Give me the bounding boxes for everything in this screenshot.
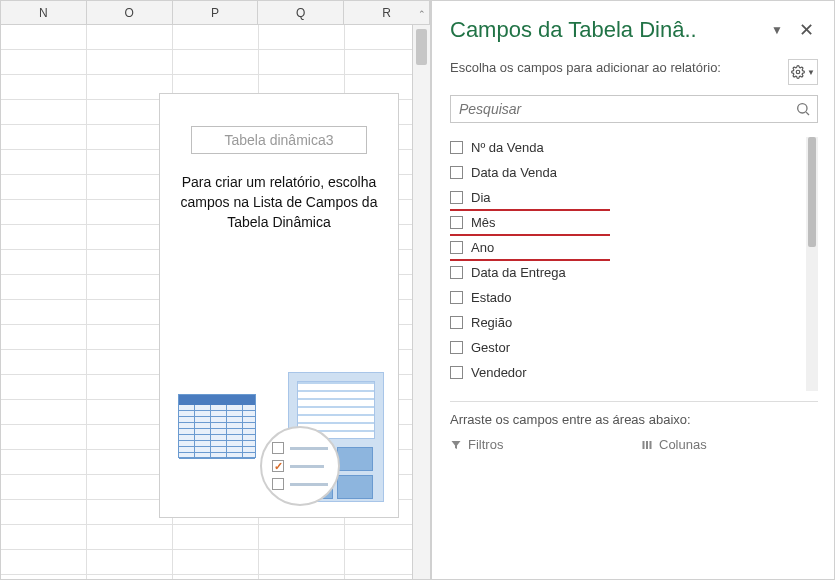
svg-point-0 [796,70,800,74]
field-item[interactable]: Nº da Venda [450,135,802,160]
svg-rect-3 [643,441,645,449]
search-input[interactable] [457,100,795,118]
chevron-up-icon[interactable]: ⌃ [418,9,426,19]
svg-line-2 [806,112,809,115]
pane-options-dropdown[interactable]: ▼ [767,19,787,41]
field-label: Estado [471,290,511,305]
field-item[interactable]: Data da Venda [450,160,802,185]
field-item[interactable]: Dia [450,185,802,210]
field-item[interactable]: Ano [450,235,802,260]
field-label: Gestor [471,340,510,355]
scrollbar-thumb[interactable] [416,29,427,65]
pane-divider [450,401,818,402]
field-label: Região [471,315,512,330]
field-list[interactable]: Nº da VendaData da VendaDiaMêsAnoData da… [450,135,818,393]
magnifier-checklist-icon: ✓ [260,426,340,506]
field-checkbox[interactable] [450,141,463,154]
field-checkbox[interactable] [450,316,463,329]
field-label: Dia [471,190,491,205]
field-item[interactable]: Data da Entrega [450,260,802,285]
field-label: Data da Entrega [471,265,566,280]
field-checkbox[interactable] [450,266,463,279]
columns-area[interactable]: Colunas [641,437,818,494]
field-item[interactable]: Estado [450,285,802,310]
field-checkbox[interactable] [450,341,463,354]
pivot-table-name-box: Tabela dinâmica3 [191,126,367,154]
field-item[interactable]: Mês [450,210,802,235]
field-checkbox[interactable] [450,191,463,204]
columns-icon [641,439,653,451]
pane-layout-settings-button[interactable]: ▼ [788,59,818,85]
chevron-down-icon: ▼ [807,68,815,77]
col-header[interactable]: P [173,1,259,24]
grid-vertical-scrollbar[interactable]: ⌃ [412,25,430,580]
field-list-scrollbar[interactable] [806,137,818,391]
pane-title: Campos da Tabela Dinâ.. [450,17,759,43]
pivot-placeholder-card: Tabela dinâmica3 Para criar um relatório… [159,93,399,518]
svg-rect-5 [650,441,652,449]
mini-table-icon [178,394,256,458]
field-checkbox[interactable] [450,241,463,254]
columns-area-label: Colunas [659,437,707,452]
field-label: Ano [471,240,494,255]
pivot-fields-pane: Campos da Tabela Dinâ.. ▼ ✕ Escolha os c… [431,1,834,579]
field-label: Vendedor [471,365,527,380]
field-item[interactable]: Gestor [450,335,802,360]
svg-point-1 [798,104,807,113]
close-icon[interactable]: ✕ [795,19,818,41]
pivot-placeholder-illustration: ✓ [170,344,388,507]
field-label: Data da Venda [471,165,557,180]
gear-icon [791,65,805,79]
pane-instruction: Escolha os campos para adicionar ao rela… [450,59,778,76]
filters-area-label: Filtros [468,437,503,452]
filter-icon [450,439,462,451]
field-item[interactable]: Vendedor [450,360,802,385]
scrollbar-thumb[interactable] [808,137,816,247]
field-checkbox[interactable] [450,366,463,379]
column-headers: N O P Q R [1,1,430,25]
spreadsheet-grid[interactable]: N O P Q R ⌃ Tabela dinâmica3 Para criar … [1,1,431,580]
field-search[interactable] [450,95,818,123]
col-header[interactable]: N [1,1,87,24]
svg-rect-4 [646,441,648,449]
col-header[interactable]: Q [258,1,344,24]
drag-instruction: Arraste os campos entre as áreas abaixo: [450,412,818,427]
col-header[interactable]: O [87,1,173,24]
field-item[interactable]: Região [450,310,802,335]
field-checkbox[interactable] [450,291,463,304]
field-checkbox[interactable] [450,166,463,179]
search-icon [795,101,811,117]
field-label: Nº da Venda [471,140,544,155]
filters-area[interactable]: Filtros [450,437,627,494]
field-checkbox[interactable] [450,216,463,229]
field-label: Mês [471,215,496,230]
pivot-instruction-text: Para criar um relatório, escolha campos … [160,172,398,232]
